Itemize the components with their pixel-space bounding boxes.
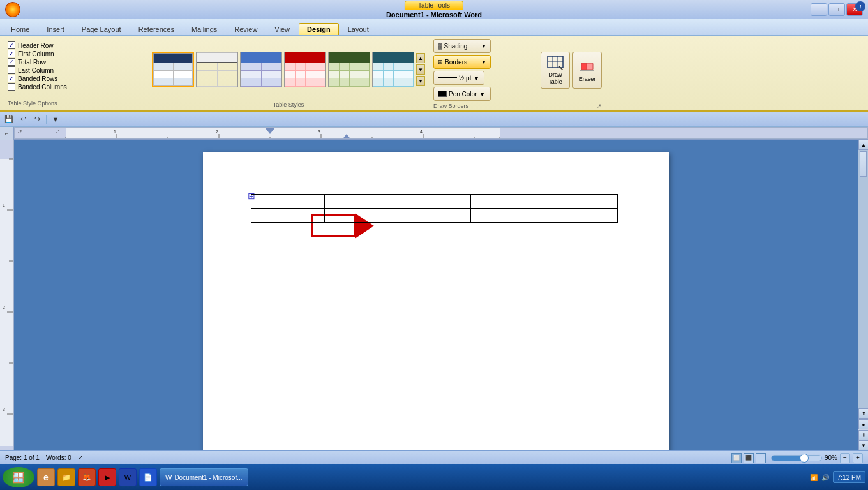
borders-button[interactable]: ⊞ Borders ▼	[433, 55, 491, 69]
help-icon[interactable]: i	[855, 1, 865, 11]
line-weight-label: ½ pt	[459, 75, 471, 82]
full-screen-view[interactable]: ⬛	[744, 453, 754, 463]
banded-columns-label: Banded Columns	[18, 84, 67, 91]
print-layout-view[interactable]: ⬜	[731, 453, 742, 463]
first-column-checkbox[interactable]	[8, 50, 15, 57]
gallery-more[interactable]: ▾	[416, 76, 425, 86]
network-icon: 📶	[810, 474, 818, 481]
tab-mailings[interactable]: Mailings	[183, 23, 225, 35]
title-bar-center: Table Tools Document1 - Microsoft Word	[386, 1, 482, 19]
draw-table-label: Draw Table	[546, 71, 564, 85]
table-cell-2-1[interactable]	[251, 209, 325, 223]
table-style-6[interactable]	[372, 52, 414, 87]
scroll-next-page[interactable]: ⬇	[858, 430, 868, 440]
document-table[interactable]	[251, 194, 618, 223]
table-style-1[interactable]	[152, 52, 194, 87]
last-column-checkbox[interactable]	[8, 66, 15, 74]
spell-check-icon[interactable]: ✓	[78, 454, 83, 461]
table-style-4[interactable]	[284, 52, 326, 87]
save-button[interactable]: 💾	[3, 114, 15, 125]
tab-design[interactable]: Design	[299, 23, 339, 35]
scroll-up-button[interactable]: ▲	[858, 140, 868, 150]
table-cell-2-3[interactable]	[398, 209, 471, 223]
web-layout-view[interactable]: ☰	[756, 453, 766, 463]
draw-borders-expand[interactable]: ↗	[597, 103, 602, 109]
shading-row: ▓ Shading ▼	[433, 39, 537, 53]
customize-qat-button[interactable]: ▼	[49, 114, 62, 125]
horizontal-ruler: 1 2 3 4 -2 -1	[14, 127, 868, 139]
word-task-button[interactable]: W	[119, 468, 137, 486]
total-row-label: Total Row	[18, 59, 46, 66]
scroll-prev-page[interactable]: ⬆	[858, 408, 868, 419]
zoom-thumb[interactable]	[800, 454, 809, 463]
scroll-select-browse[interactable]: ●	[858, 419, 868, 429]
word-taskbar-item[interactable]: W Document1 - Microsof...	[160, 468, 248, 486]
gallery-scroll-up[interactable]: ▲	[416, 53, 425, 63]
redo-button[interactable]: ↪	[31, 114, 43, 125]
draw-table-button[interactable]: Draw Table	[541, 52, 570, 89]
table-style-3[interactable]	[240, 52, 282, 87]
banded-columns-checkbox[interactable]	[8, 83, 15, 91]
shading-button[interactable]: ▓ Shading ▼	[433, 39, 491, 53]
document-wrapper: 1 2 3 ⊞	[0, 140, 868, 450]
zoom-out-button[interactable]: −	[840, 453, 850, 463]
app-button[interactable]: 📄	[139, 468, 157, 486]
tab-references[interactable]: References	[130, 23, 183, 35]
total-row-checkbox[interactable]	[8, 58, 15, 66]
ie-button[interactable]: e	[37, 468, 55, 486]
tab-page-layout[interactable]: Page Layout	[73, 23, 130, 35]
shading-dropdown-arrow: ▼	[481, 43, 486, 49]
line-weight-arrow: ▼	[473, 75, 479, 82]
tab-home[interactable]: Home	[3, 23, 38, 35]
maximize-button[interactable]: □	[828, 3, 845, 16]
tab-view[interactable]: View	[266, 23, 298, 35]
table-style-2[interactable]	[196, 52, 238, 87]
header-row-checkbox[interactable]	[8, 41, 15, 49]
tab-insert[interactable]: Insert	[38, 23, 73, 35]
table-cell-2-4[interactable]	[471, 209, 544, 223]
gallery-items-row: ▲ ▼ ▾	[152, 39, 425, 100]
table-cell-1-4[interactable]	[471, 195, 544, 209]
zoom-in-button[interactable]: +	[853, 453, 863, 463]
eraser-button[interactable]: Eraser	[572, 52, 602, 89]
status-right: ⬜ ⬛ ☰ 90% − +	[731, 453, 863, 463]
tab-review[interactable]: Review	[226, 23, 266, 35]
ribbon: Header Row First Column Total Row Last C…	[0, 36, 868, 112]
gallery-scroll-down[interactable]: ▼	[416, 64, 425, 75]
table-cell-1-3[interactable]	[398, 195, 471, 209]
undo-button[interactable]: ↩	[17, 114, 29, 125]
draw-table-icon	[546, 55, 564, 70]
scroll-track	[858, 150, 868, 408]
draw-borders-group: ▓ Shading ▼ ⊞ Borders ▼	[428, 38, 607, 110]
table-cell-1-1[interactable]	[251, 195, 325, 209]
banded-rows-checkbox[interactable]	[8, 75, 15, 82]
firefox-button[interactable]: 🦊	[78, 468, 96, 486]
scroll-thumb[interactable]	[860, 151, 867, 177]
start-button[interactable]: 🪟	[3, 467, 34, 487]
scroll-down-button[interactable]: ▼	[858, 440, 868, 450]
banded-rows-option: Banded Rows	[8, 75, 67, 82]
total-row-option: Total Row	[8, 58, 67, 66]
pen-color-swatch	[438, 91, 447, 97]
zoom-slider[interactable]	[771, 455, 822, 461]
ruler-corner[interactable]: ⌐	[0, 127, 14, 140]
page-area: ⊞	[14, 140, 858, 450]
header-row-option: Header Row	[8, 41, 67, 49]
media-button[interactable]: ▶	[98, 468, 116, 486]
document-page: ⊞	[203, 152, 669, 450]
table-cell-2-5[interactable]	[544, 209, 618, 223]
pen-color-button[interactable]: Pen Color ▼	[433, 87, 491, 101]
folder-button[interactable]: 📁	[57, 468, 75, 486]
borders-label: Borders	[445, 59, 467, 66]
line-weight-combo[interactable]: ½ pt ▼	[433, 71, 484, 85]
table-cell-1-5[interactable]	[544, 195, 618, 209]
minimize-button[interactable]: —	[811, 3, 827, 16]
last-column-label: Last Column	[18, 67, 54, 74]
table-cell-1-2[interactable]	[324, 195, 398, 209]
table-cell-2-2[interactable]	[324, 209, 398, 223]
time-display: 7:12 PM	[837, 474, 861, 481]
table-styles-label: Table Styles	[152, 100, 425, 109]
word-icon	[5, 2, 20, 17]
table-style-5[interactable]	[328, 52, 370, 87]
tab-layout[interactable]: Layout	[340, 23, 377, 35]
